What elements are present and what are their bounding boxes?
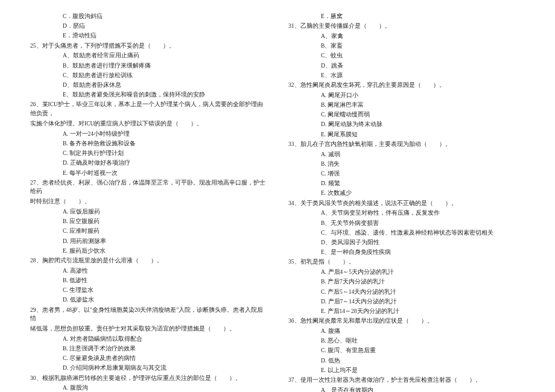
option: A. 腹股沟 [30,384,267,392]
option: A. 对患者隐瞒病情以取得配合 [30,335,267,344]
option: B. 恶心、呕吐 [288,337,525,346]
question-31: 31、乙脑的主要传播媒介是（ ）。 [288,22,525,31]
option: E. 以上均不是 [288,366,525,375]
option: C、与环境、感染、遗传、性激素及神经精神状态等因素密切相关 [288,229,525,238]
question-26-line2: 实施个体化护理。对ICU的重症病人护理以下错误的是（ ）。 [30,119,267,128]
option: B. 应空腹服药 [30,217,267,226]
option: C. 阑尾蠕动慢而弱 [288,110,525,119]
option: C. 制定并执行护理计划 [30,149,267,158]
option: E. 每半小时巡视一次 [30,169,267,178]
option: D. 低渗盐水 [30,296,267,305]
option: D. 阑尾动脉为终末动脉 [288,120,525,129]
question-34: 34、关于类风湿关节炎的相关描述，说法不正确的是（ ）。 [288,199,525,208]
option: D. 介绍同病种术后康复期病友与其交流 [30,364,267,373]
option: B. 备齐各种急救设施和设备 [30,139,267,148]
option: D. 正确及时做好各项治疗 [30,159,267,168]
option: A. 应饭后服药 [30,207,267,217]
option: C. 生理盐水 [30,286,267,295]
option: B. 消失 [288,160,525,169]
pre-option: E．滑动性疝 [30,31,267,40]
option: E. 服药后少饮水 [30,247,267,256]
page-container: C．腹股沟斜疝 D．脐疝 E．滑动性疝 25、对于头痛患者，下列护理措施不妥的是… [0,12,555,392]
option: A、关节病变呈对称性，伴有压痛，反复发作 [288,209,525,218]
option: A. 一对一24小时特级护理 [30,130,267,139]
option: A、鼓励患者经常应用止痛药 [30,51,267,60]
question-28: 28、胸腔闭式引流瓶里放的是什么溶液（ ）。 [30,256,267,265]
option: D、鼓励患者卧床休息 [30,81,267,90]
question-37: 37、使用一次性注射器为患者做治疗，护士首先应检查注射器（ ）。 [288,376,525,385]
option: B、鼓励患者进行理疗来缓解疼痛 [30,62,267,71]
option: C. 尽量避免谈及患者的病情 [30,354,267,363]
left-column: C．腹股沟斜疝 D．脐疝 E．滑动性疝 25、对于头痛患者，下列护理措施不妥的是… [30,12,278,392]
option: B、家畜 [288,42,525,51]
option: E、鼓励患者避免强光和噪音的刺激，保持环境的安静 [30,90,267,100]
option: C. 应准时服药 [30,227,267,236]
option: D. 用药前测脉率 [30,237,267,246]
question-25: 25、对于头痛患者，下列护理措施不妥的是（ ）。 [30,42,267,51]
option: E. 阑尾系膜短 [288,130,525,139]
question-32: 32、急性阑尾炎易发生坏死，穿孔的主要原因是（ ）。 [288,81,525,90]
option: E、水源 [288,71,525,80]
option: B. 注意强调手术治疗的效果 [30,344,267,353]
pre-option: C．腹股沟斜疝 [30,12,267,21]
question-33: 33、胎儿在子宫内急性缺氧初期，主要表现为胎动（ ）。 [288,140,525,149]
option: C、蚊虫 [288,51,525,60]
option: A. 腹痛 [288,327,525,336]
question-27-line2: 时特别注意（ ）。 [30,197,267,206]
option: D. 产后7～14天内分泌的乳汁 [288,297,525,306]
question-26-line1: 26、某ICU护士，毕业三年以来，基本上是一个人护理某个病人，病人需要的全部护理… [30,100,267,118]
question-29-line1: 29、患者男，48岁。以"全身性细胞黄染20天伴消瘦纳差"入院，诊断胰头癌。患者… [30,306,267,323]
pre-option: D．脐疝 [30,22,267,31]
option: C、鼓励患者进行放松训练 [30,71,267,80]
option: B. 阑尾淋巴丰富 [288,101,525,110]
option: A. 高渗性 [30,267,267,276]
question-29-line2: 绪低落，思想负担较重。责任护士对其采取较为适宜的护理措施是（ ）。 [30,324,267,334]
option: E. 产后14～28天内分泌的乳汁 [288,307,525,316]
question-36: 36、急性阑尾炎最常见和最早出现的症状是（ ）。 [288,317,525,326]
option: D、跳蚤 [288,62,525,71]
option: E、是一种自身免疫性疾病 [288,248,525,257]
question-27-line1: 27、患者经抗炎、利尿、强心治疗后，体温降至正常，可平卧。现改用地高辛口服，护士… [30,179,267,196]
option: E. 次数减少 [288,189,525,198]
option: B. 低渗性 [30,276,267,285]
option: A、是否在有效期内 [288,386,525,392]
question-30: 30、根据乳腺癌淋巴转移的主要途径，护理评估应重点关注的部位是（ ）。 [30,374,267,383]
option: C. 产后5～14天内分泌的乳汁 [288,288,525,297]
right-column: E．腋窝 31、乙脑的主要传播媒介是（ ）。 A、家禽 B、家畜 C、蚊虫 D、… [278,12,525,392]
option: D. 低热 [288,356,525,365]
option: A. 减弱 [288,150,525,159]
option: D、类风湿因子为阳性 [288,238,525,247]
question-35: 35、初乳是指（ ）。 [288,258,525,267]
option: C. 腹泻、有里急后重 [288,346,525,355]
option: A、家禽 [288,32,525,41]
option: B、无关节外病变损害 [288,219,525,228]
option: A. 阑尾开口小 [288,91,525,100]
option: C. 增强 [288,169,525,179]
option: D. 频繁 [288,179,525,188]
option: B. 产后7天内分泌的乳汁 [288,277,525,286]
option: A. 产后4～5天内分泌的乳汁 [288,268,525,277]
pre-option: E．腋窝 [288,12,525,21]
